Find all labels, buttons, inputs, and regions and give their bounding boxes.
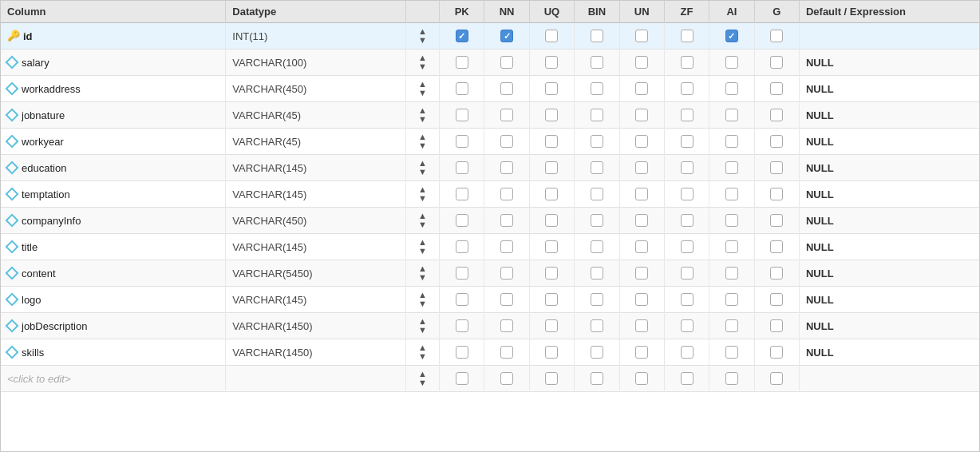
checkbox-ai[interactable] (725, 214, 738, 227)
sort-arrows-icon[interactable]: ▲▼ (413, 133, 433, 150)
cell-sort-arrows[interactable]: ▲▼ (405, 181, 439, 208)
cell-pk[interactable] (440, 155, 484, 181)
cell-uq[interactable] (529, 287, 574, 313)
checkbox-pk[interactable] (456, 319, 468, 332)
checkbox-ai[interactable] (725, 135, 738, 148)
checkbox-ai[interactable] (725, 372, 738, 385)
cell-zf[interactable] (664, 23, 709, 50)
checkbox-nn[interactable] (500, 82, 513, 95)
cell-pk[interactable] (440, 129, 484, 155)
checkbox-bin[interactable] (591, 372, 603, 385)
checkbox-uq[interactable] (545, 267, 558, 280)
checkbox-g[interactable] (770, 161, 783, 174)
checkbox-uq[interactable] (545, 82, 558, 95)
checkbox-un[interactable] (635, 82, 648, 95)
checkbox-pk[interactable] (456, 372, 468, 385)
cell-un[interactable] (619, 287, 664, 313)
cell-sort-arrows[interactable]: ▲▼ (405, 339, 439, 366)
checkbox-g[interactable] (770, 214, 783, 227)
table-row[interactable]: titleVARCHAR(145)▲▼NULL (1, 234, 979, 260)
checkbox-ai[interactable] (725, 293, 738, 306)
cell-pk[interactable] (440, 339, 484, 366)
cell-zf[interactable] (664, 208, 709, 234)
cell-uq[interactable] (529, 260, 574, 287)
cell-un[interactable] (619, 155, 664, 181)
checkbox-g[interactable] (770, 135, 783, 148)
table-row[interactable]: jobnatureVARCHAR(45)▲▼NULL (1, 102, 979, 129)
checkbox-nn[interactable] (500, 214, 513, 227)
cell-nn[interactable] (484, 102, 529, 129)
checkbox-g[interactable] (770, 319, 783, 332)
cell-pk[interactable] (440, 102, 484, 129)
cell-nn[interactable] (484, 339, 529, 366)
checkbox-bin[interactable] (591, 161, 603, 174)
checkbox-uq[interactable] (545, 161, 558, 174)
cell-pk[interactable] (440, 208, 484, 234)
cell-datatype[interactable]: VARCHAR(45) (226, 129, 405, 155)
cell-nn[interactable] (484, 260, 529, 287)
cell-column-name[interactable]: content (1, 260, 226, 287)
cell-pk[interactable] (440, 313, 484, 339)
sort-arrows-icon[interactable]: ▲▼ (413, 343, 433, 361)
checkbox-zf[interactable] (681, 109, 694, 121)
checkbox-pk[interactable] (456, 346, 468, 359)
cell-bin[interactable] (575, 208, 619, 234)
checkbox-uq[interactable] (545, 56, 558, 69)
cell-nn[interactable] (484, 155, 529, 181)
cell-ai[interactable] (709, 339, 754, 366)
checkbox-nn[interactable] (500, 372, 513, 385)
checkbox-bin[interactable] (591, 30, 603, 42)
click-to-edit-un[interactable] (619, 366, 664, 392)
checkbox-zf[interactable] (681, 346, 694, 359)
checkbox-uq[interactable] (545, 109, 558, 121)
checkbox-pk[interactable] (456, 240, 468, 253)
checkbox-ai[interactable] (725, 109, 738, 121)
checkbox-ai[interactable] (725, 56, 738, 69)
checkbox-nn[interactable] (500, 30, 513, 42)
click-to-edit-uq[interactable] (529, 366, 574, 392)
cell-un[interactable] (619, 234, 664, 260)
cell-un[interactable] (619, 313, 664, 339)
checkbox-ai[interactable] (725, 319, 738, 332)
cell-bin[interactable] (575, 76, 619, 102)
cell-uq[interactable] (529, 50, 574, 76)
cell-g[interactable] (754, 260, 799, 287)
checkbox-uq[interactable] (545, 319, 558, 332)
checkbox-zf[interactable] (681, 214, 694, 227)
checkbox-bin[interactable] (591, 293, 603, 306)
sort-arrows-icon[interactable]: ▲▼ (413, 159, 433, 176)
cell-bin[interactable] (575, 102, 619, 129)
click-to-edit-g[interactable] (754, 366, 799, 392)
checkbox-un[interactable] (635, 372, 648, 385)
cell-bin[interactable] (575, 234, 619, 260)
cell-ai[interactable] (709, 260, 754, 287)
cell-g[interactable] (754, 155, 799, 181)
click-to-edit-ai[interactable] (709, 366, 754, 392)
checkbox-g[interactable] (770, 109, 783, 121)
checkbox-nn[interactable] (500, 109, 513, 121)
cell-datatype[interactable]: VARCHAR(450) (226, 76, 405, 102)
click-to-edit-pk[interactable] (440, 366, 484, 392)
cell-uq[interactable] (529, 129, 574, 155)
click-to-edit-row[interactable]: <click to edit>▲▼ (1, 366, 979, 392)
checkbox-zf[interactable] (681, 161, 694, 174)
table-row[interactable]: temptationVARCHAR(145)▲▼NULL (1, 181, 979, 208)
cell-datatype[interactable]: INT(11) (226, 23, 405, 50)
cell-uq[interactable] (529, 23, 574, 50)
checkbox-g[interactable] (770, 267, 783, 280)
cell-ai[interactable] (709, 155, 754, 181)
cell-datatype[interactable]: VARCHAR(450) (226, 208, 405, 234)
cell-uq[interactable] (529, 208, 574, 234)
checkbox-un[interactable] (635, 161, 648, 174)
checkbox-uq[interactable] (545, 293, 558, 306)
checkbox-bin[interactable] (591, 319, 603, 332)
cell-pk[interactable] (440, 23, 484, 50)
cell-zf[interactable] (664, 260, 709, 287)
cell-un[interactable] (619, 76, 664, 102)
cell-pk[interactable] (440, 260, 484, 287)
sort-arrows-icon[interactable]: ▲▼ (413, 27, 433, 45)
checkbox-un[interactable] (635, 30, 648, 42)
checkbox-g[interactable] (770, 56, 783, 69)
click-to-edit-nn[interactable] (484, 366, 529, 392)
checkbox-bin[interactable] (591, 82, 603, 95)
